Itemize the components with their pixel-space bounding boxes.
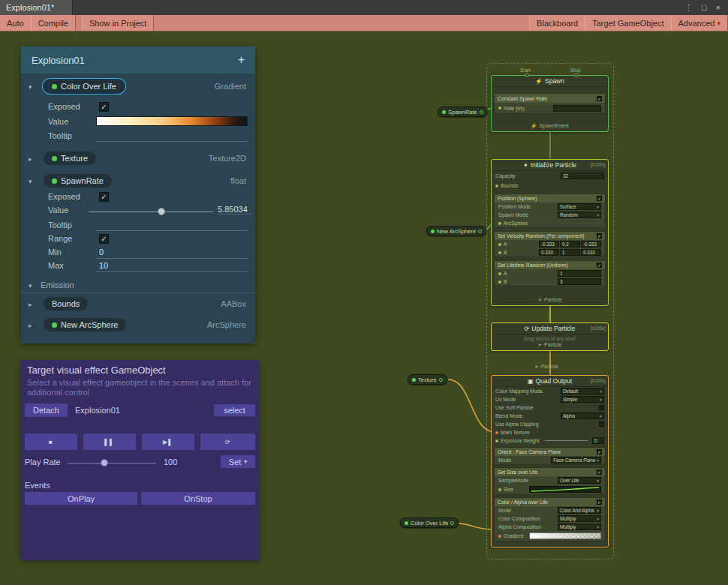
a-port-dot[interactable] <box>498 272 501 275</box>
category-emission-label[interactable]: Emission <box>41 280 74 290</box>
block-enabled-checkbox[interactable]: ✓ <box>597 233 602 238</box>
color-over-life-parameter-node[interactable]: Color Over Life <box>400 518 459 528</box>
stop-button[interactable]: ■ <box>25 434 77 450</box>
set-size-over-life-block[interactable]: Set Size over Life ✓ SampleMode Over Lif… <box>494 467 606 495</box>
orient-mode-dropdown[interactable]: Face Camera Plane▾ <box>551 457 601 464</box>
spawn-mode-dropdown[interactable]: Random▾ <box>558 212 601 218</box>
gradient-preview[interactable] <box>96 116 248 126</box>
block-enabled-checkbox[interactable]: ✓ <box>597 96 602 101</box>
exposure-weight-slider[interactable] <box>544 440 588 441</box>
b-input[interactable]: 3 <box>558 278 601 285</box>
use-soft-particle-checkbox[interactable] <box>599 405 604 410</box>
color-composition-dropdown[interactable]: Multiply▾ <box>558 515 601 522</box>
exposure-weight-input[interactable]: 0 <box>592 437 604 444</box>
chevron-down-icon[interactable]: ▾ <box>29 178 32 185</box>
show-in-project-button[interactable]: Show in Project <box>82 15 154 31</box>
add-parameter-button[interactable]: + <box>238 53 245 67</box>
exposed-checkbox[interactable]: ✓ <box>99 102 109 112</box>
blackboard-toggle-button[interactable]: Blackboard <box>529 15 585 31</box>
gradient-port-dot[interactable] <box>498 535 501 538</box>
window-maximize-icon[interactable]: □ <box>702 3 707 12</box>
value-input[interactable]: 5.85034 <box>218 205 252 214</box>
set-play-rate-button[interactable]: Set ▾ <box>221 455 255 468</box>
pause-button[interactable]: ▌▌ <box>83 434 136 450</box>
rate-input[interactable] <box>553 105 601 112</box>
update-particle-node[interactable]: ⟳ Update Particle (0.00x) Drag blocks of… <box>491 322 609 351</box>
range-checkbox[interactable]: ✓ <box>99 234 109 244</box>
color-over-life-output-port[interactable] <box>450 521 454 525</box>
capacity-input[interactable]: 32 <box>561 172 604 179</box>
blackboard-panel[interactable]: Explosion01 + ▾ Color Over Life Gradient… <box>21 46 255 344</box>
exposed-checkbox[interactable]: ✓ <box>99 192 109 202</box>
color-mapping-mode-dropdown[interactable]: Default▾ <box>561 388 604 394</box>
select-button[interactable]: select <box>214 404 255 416</box>
spawn-node-header[interactable]: ⚡ Spawn <box>492 76 608 87</box>
arcsphere-port-dot[interactable] <box>498 222 501 225</box>
max-input[interactable] <box>96 261 248 272</box>
set-velocity-random-block[interactable]: Set Velocity Random (Per component) ✓ A … <box>494 231 606 257</box>
use-alpha-clipping-checkbox[interactable] <box>599 422 604 427</box>
compile-button[interactable]: Compile <box>31 15 76 31</box>
b-z-input[interactable]: 0.333 <box>581 249 601 256</box>
onstop-button[interactable]: OnStop <box>141 492 255 505</box>
gradient-field[interactable] <box>529 532 601 539</box>
blend-mode-dropdown[interactable]: Alpha▾ <box>561 412 604 419</box>
chevron-down-icon[interactable]: ▾ <box>29 282 32 290</box>
spawnrate-output-port[interactable] <box>480 110 483 114</box>
spawnrate-parameter-node[interactable]: SpawnRate <box>438 106 488 117</box>
size-port-dot[interactable] <box>498 488 501 491</box>
graph-canvas[interactable]: Start Stop ⚡ Spawn Constant Spawn Rate ✓… <box>0 32 728 585</box>
a-x-input[interactable]: -0.333 <box>539 241 559 248</box>
spawnevent-output[interactable]: ⚡ SpawnEvent <box>492 122 608 130</box>
window-menu-icon[interactable]: ⋮ <box>684 3 693 13</box>
update-particle-output[interactable]: ▼ Particle <box>492 340 608 349</box>
play-rate-slider[interactable] <box>68 463 156 464</box>
color-mode-dropdown[interactable]: Color And Alpha▾ <box>558 507 601 514</box>
param-spawnrate[interactable]: SpawnRate <box>44 174 112 188</box>
new-arcsphere-output-port[interactable] <box>478 230 482 233</box>
texture-output-port[interactable] <box>439 378 443 382</box>
onplay-button[interactable]: OnPlay <box>25 492 137 505</box>
tooltip-input[interactable] <box>96 220 248 231</box>
b-port-dot[interactable] <box>498 280 501 284</box>
b-x-input[interactable]: 0.333 <box>539 249 559 256</box>
quad-output-node[interactable]: ▣ Quad Output (0.00x) Color Mapping Mode… <box>491 375 609 548</box>
block-enabled-checkbox[interactable]: ✓ <box>597 196 602 201</box>
update-node-header[interactable]: ⟳ Update Particle (0.00x) <box>492 323 608 334</box>
value-slider[interactable] <box>89 212 213 212</box>
main-texture-port-dot[interactable] <box>495 431 498 434</box>
position-mode-dropdown[interactable]: Surface▾ <box>558 203 601 210</box>
block-enabled-checkbox[interactable]: ✓ <box>597 262 602 268</box>
constant-spawn-rate-block[interactable]: Constant Spawn Rate ✓ Rate (t/s) <box>494 93 606 114</box>
alpha-composition-dropdown[interactable]: Multiply▾ <box>558 524 601 530</box>
block-enabled-checkbox[interactable]: ✓ <box>597 470 602 475</box>
size-curve-field[interactable] <box>529 486 601 493</box>
restart-button[interactable]: ⟳ <box>200 434 255 450</box>
uv-mode-dropdown[interactable]: Simple▾ <box>561 396 604 403</box>
auto-button[interactable]: Auto <box>0 15 32 31</box>
block-enabled-checkbox[interactable]: ✓ <box>597 449 602 454</box>
b-y-input[interactable]: 1 <box>560 249 580 256</box>
bounds-port-dot[interactable] <box>495 184 498 188</box>
sample-mode-dropdown[interactable]: Over Life▾ <box>558 477 601 484</box>
color-alpha-over-life-block[interactable]: Color / Alpha over Life ✓ Mode Color And… <box>494 497 606 542</box>
chevron-down-icon[interactable]: ▾ <box>29 83 32 91</box>
chevron-right-icon[interactable]: ▸ <box>29 155 32 163</box>
b-port-dot[interactable] <box>498 251 501 254</box>
block-enabled-checkbox[interactable]: ✓ <box>597 500 602 505</box>
initialize-node-header[interactable]: ✦ Initialize Particle (0.00x) <box>492 160 608 171</box>
quad-input-port-label[interactable]: ▼ Particle <box>534 364 558 369</box>
param-bounds[interactable]: Bounds <box>44 297 88 310</box>
chevron-right-icon[interactable]: ▸ <box>29 301 32 308</box>
a-port-dot[interactable] <box>498 243 501 246</box>
a-y-input[interactable]: 0.2 <box>560 241 580 248</box>
target-gameobject-toggle-button[interactable]: Target GameObject <box>585 15 671 31</box>
chevron-right-icon[interactable]: ▸ <box>29 322 32 329</box>
orient-block[interactable]: Orient : Face Camera Plane ✓ Mode Face C… <box>494 447 606 465</box>
spawn-context-node[interactable]: Start Stop ⚡ Spawn Constant Spawn Rate ✓… <box>491 75 609 132</box>
tooltip-input[interactable] <box>96 131 248 142</box>
initialize-particle-output[interactable]: ▼ Particle <box>492 296 608 304</box>
a-z-input[interactable]: -0.333 <box>581 241 601 248</box>
step-button[interactable]: ▶▌ <box>142 434 194 450</box>
param-texture[interactable]: Texture <box>44 152 96 165</box>
